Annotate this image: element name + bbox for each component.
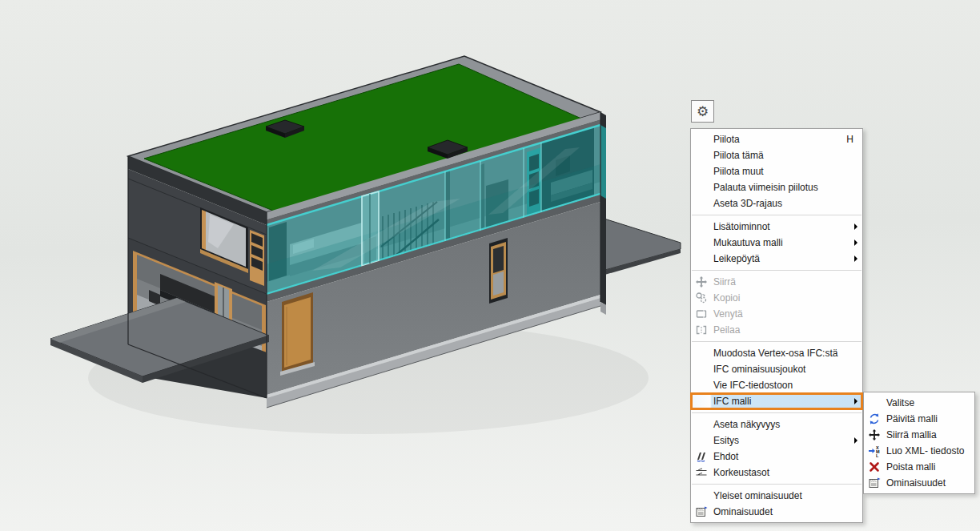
menu-item-aseta-3d-rajaus[interactable]: Aseta 3D-rajaus <box>691 195 862 211</box>
menu-item-ominaisuudet[interactable]: Ominaisuudet <box>691 504 862 520</box>
menu-item-piilota[interactable]: Piilota H <box>691 131 862 147</box>
delete-icon <box>868 461 881 473</box>
submenu-arrow-icon <box>854 398 858 404</box>
menu-item-ifc-malli[interactable]: IFC malli <box>691 393 862 409</box>
menu-separator <box>692 412 862 413</box>
submenu-item-poista-malli[interactable]: Poista malli <box>864 459 974 475</box>
menu-separator <box>692 270 862 271</box>
submenu-arrow-icon <box>854 437 858 444</box>
ifc-malli-submenu: Valitse Päivitä malli Siirrä mallia XML … <box>863 392 975 494</box>
menu-item-korkeustasot[interactable]: Korkeustasot <box>691 465 862 481</box>
conditions-icon <box>695 450 708 463</box>
properties-icon <box>695 505 708 518</box>
menu-item-esitys[interactable]: Esitys <box>691 432 862 449</box>
submenu-item-ominaisuudet[interactable]: Ominaisuudet <box>864 475 974 491</box>
move-icon <box>695 276 708 288</box>
xml-icon: XML <box>868 445 881 457</box>
submenu-arrow-icon <box>854 223 858 230</box>
gear-icon: ⚙ <box>697 105 709 119</box>
menu-item-aseta-nakyvyys[interactable]: Aseta näkyvyys <box>691 416 862 432</box>
menu-item-piilota-muut[interactable]: Piilota muut <box>691 163 862 179</box>
shortcut-label: H <box>846 131 853 147</box>
move-icon <box>868 428 881 441</box>
submenu-item-paivita-malli[interactable]: Päivitä malli <box>864 411 974 427</box>
menu-item-ifc-ominaisuusjoukot[interactable]: IFC ominaisuusjoukot <box>691 361 862 377</box>
menu-item-lisatoiminnot[interactable]: Lisätoiminnot <box>691 219 862 235</box>
stretch-icon <box>695 308 708 320</box>
menu-item-palauta-viimeisin-piilotus[interactable]: Palauta viimeisin piilotus <box>691 179 862 195</box>
levels-icon <box>695 466 708 479</box>
submenu-item-siirra-mallia[interactable]: Siirrä mallia <box>864 427 974 443</box>
submenu-arrow-icon <box>854 255 858 262</box>
menu-item-venyta[interactable]: Venytä <box>691 306 862 322</box>
submenu-item-valitse[interactable]: Valitse <box>864 395 974 411</box>
menu-separator <box>692 215 862 215</box>
menu-item-yleiset-ominaisuudet[interactable]: Yleiset ominaisuudet <box>691 488 862 504</box>
menu-item-siirra[interactable]: Siirrä <box>691 274 862 290</box>
refresh-icon <box>868 412 881 425</box>
menu-item-piilota-tama[interactable]: Piilota tämä <box>691 147 862 163</box>
corner-return <box>600 112 606 315</box>
building-model <box>50 56 681 434</box>
entry-door <box>280 292 315 376</box>
menu-item-ehdot[interactable]: Ehdot <box>691 449 862 465</box>
gable-shelf-windows <box>250 230 264 286</box>
settings-gear-button[interactable]: ⚙ <box>691 100 714 123</box>
menu-item-leikepoyta[interactable]: Leikepöytä <box>691 251 862 267</box>
context-menu: Piilota H Piilota tämä Piilota muut Pala… <box>690 128 863 523</box>
submenu-item-luo-xml-tiedosto[interactable]: XML Luo XML- tiedosto <box>864 443 974 459</box>
copy-icon <box>695 292 708 304</box>
menu-item-muodosta-vertex-osa-ifcsta[interactable]: Muodosta Vertex-osa IFC:stä <box>691 345 862 361</box>
menu-item-mukautuva-malli[interactable]: Mukautuva malli <box>691 235 862 251</box>
menu-separator <box>692 341 862 342</box>
terrace-slab-right <box>596 216 681 277</box>
narrow-window <box>489 238 508 304</box>
menu-item-kopioi[interactable]: Kopioi <box>691 290 862 306</box>
menu-item-vie-ifc-tiedostoon[interactable]: Vie IFC-tiedostoon <box>691 377 862 393</box>
submenu-arrow-icon <box>854 239 858 246</box>
menu-item-peilaa[interactable]: Peilaa <box>691 322 862 338</box>
properties-icon <box>868 477 881 489</box>
mirror-icon <box>695 324 708 336</box>
menu-separator <box>692 484 862 485</box>
